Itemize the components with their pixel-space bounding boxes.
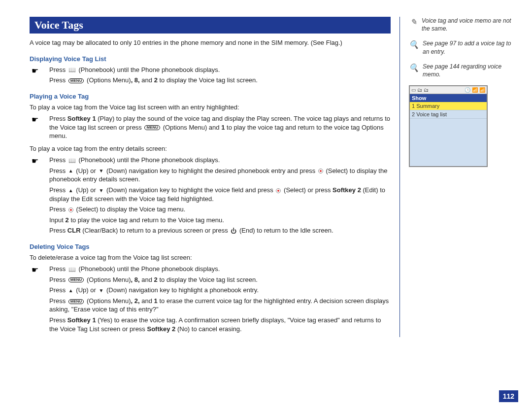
text: to display the Voice tag list screen. <box>158 276 258 283</box>
page-number: 112 <box>499 390 518 402</box>
lead-text: To play a voice tag from the Voice tag l… <box>30 103 391 112</box>
phone-screenshot: ▭ 🗂 🗂 🕒 📶 📶 Show 1 Summary 2 Voice tag l… <box>409 85 488 167</box>
text: Press <box>49 186 67 194</box>
note-icon: ✎ <box>409 17 418 33</box>
text: Press <box>49 66 66 73</box>
text: Press <box>49 286 67 294</box>
text: (Down) navigation key to highlight a pho… <box>104 286 259 294</box>
text: (Up) or <box>74 167 98 174</box>
text: Press <box>49 316 67 324</box>
list-item: Press MENU (Options Menu), 8, and 2 to d… <box>30 275 391 284</box>
phone-status-bar: ▭ 🗂 🗂 🕒 📶 📶 <box>410 86 487 94</box>
list-item: Press (Select) to display the Voice tag … <box>30 205 391 214</box>
note-text: See page 144 regarding voice memo. <box>423 63 518 78</box>
down-icon <box>99 288 103 293</box>
text: Press <box>49 227 67 234</box>
row-num: 1 <box>412 103 415 109</box>
heading-display-list: Displaying Voice Tag List <box>30 55 391 63</box>
list-item: Press (Phonebook) until the Phone phoneb… <box>30 66 391 74</box>
bold-text: 2 <box>154 276 158 283</box>
heading-playing: Playing a Voice Tag <box>30 93 391 100</box>
text: Input <box>49 216 66 224</box>
note-text: Voice tag and voice memo are not the sam… <box>422 17 518 33</box>
row-label: Summary <box>416 103 439 109</box>
sidebar: ✎ Voice tag and voice memo are not the s… <box>400 17 518 337</box>
bold-text: , 8, <box>131 276 140 283</box>
text: (End) to return to the Idle screen. <box>237 227 333 234</box>
menu-icon: MENU <box>68 277 84 282</box>
text: and <box>140 76 154 84</box>
text: (Options Menu) <box>85 297 131 305</box>
list-item: Press CLR (Clear/Back) to return to a pr… <box>30 226 391 235</box>
text: (Phonebook) until the Phone phonebook di… <box>78 265 220 273</box>
bold-text: , 8, <box>131 76 140 84</box>
row-label: Voice tag list <box>416 111 447 117</box>
text: Press <box>49 265 66 273</box>
down-icon <box>99 169 103 173</box>
down-icon <box>99 188 103 193</box>
phonebook-icon <box>68 267 76 273</box>
text: to play the voice tag and return to the … <box>69 216 224 224</box>
menu-icon: MENU <box>144 125 160 130</box>
text: (No) to cancel erasing. <box>175 325 241 333</box>
select-icon <box>68 207 73 212</box>
end-icon <box>231 228 236 234</box>
bold-text: , 2, <box>131 297 140 305</box>
note-item: ✎ Voice tag and voice memo are not the s… <box>409 17 518 33</box>
up-icon <box>68 288 73 293</box>
phone-list-row: 2 Voice tag list <box>410 110 487 119</box>
list-item: Input 2 to play the voice tag and return… <box>30 216 391 225</box>
phone-list-row-selected: 1 Summary <box>410 102 487 110</box>
phone-body: 1 Summary 2 Voice tag list <box>410 102 487 166</box>
text: (Phonebook) until the Phone phonebook di… <box>78 156 220 164</box>
text: (Clear/Back) to return to a previous scr… <box>81 227 230 234</box>
text: (Phonebook) until the Phone phonebook di… <box>78 66 220 73</box>
list-item: Press MENU (Options Menu), 8, and 2 to d… <box>30 76 391 85</box>
text: Press <box>49 156 66 164</box>
text: Press <box>49 76 66 84</box>
phonebook-icon <box>68 67 76 73</box>
menu-icon: MENU <box>68 78 84 83</box>
list-item: Press (Phonebook) until the Phone phoneb… <box>30 265 391 274</box>
text: and <box>140 297 154 305</box>
select-icon <box>276 188 281 193</box>
bold-text: CLR <box>67 227 81 234</box>
list-item: Press (Up) or (Down) navigation key to h… <box>30 186 391 203</box>
select-icon <box>318 169 323 173</box>
lead-text-3: To delete/erase a voice tag from the Voi… <box>30 253 391 262</box>
bold-text: Softkey 2 <box>332 186 361 194</box>
heading-deleting: Deleting Voice Tags <box>30 243 391 250</box>
text: (Select) or press <box>282 186 332 194</box>
up-icon <box>68 188 73 193</box>
steps-display-list: Press (Phonebook) until the Phone phoneb… <box>30 66 391 85</box>
text: (Up) or <box>74 186 98 194</box>
note-item: 🔍 See page 144 regarding voice memo. <box>409 63 518 78</box>
menu-icon: MENU <box>68 299 84 304</box>
list-item: Press (Up) or (Down) navigation key to h… <box>30 167 391 184</box>
list-item: Press (Phonebook) until the Phone phoneb… <box>30 156 391 165</box>
lead-text-2: To play a voice tag from the entry detai… <box>30 144 391 153</box>
list-item: Press MENU (Options Menu), 2, and 1 to e… <box>30 297 391 314</box>
text: Press <box>49 167 67 174</box>
list-item: Press (Up) or (Down) navigation key to h… <box>30 286 391 295</box>
text: Press <box>49 115 67 122</box>
magnifier-icon: 🔍 <box>409 63 419 78</box>
text: (Down) navigation key to highlight the v… <box>104 186 275 194</box>
text: Press <box>49 206 67 213</box>
text: (Options Menu) <box>87 76 131 84</box>
phone-header: Show <box>410 94 487 102</box>
up-icon <box>68 169 73 173</box>
bold-text: Softkey 1 <box>67 115 96 122</box>
main-column: Voice Tags A voice tag may be allocated … <box>30 17 399 337</box>
bold-text: Softkey 1 <box>67 316 96 324</box>
bold-text: Softkey 2 <box>147 325 175 333</box>
list-item: Press Softkey 1 (Yes) to erase the voice… <box>30 316 391 333</box>
magnifier-icon: 🔍 <box>409 39 419 55</box>
row-num: 2 <box>412 111 415 117</box>
text: Press <box>49 276 67 283</box>
intro-text: A voice tag may be allocated to only 10 … <box>30 38 391 47</box>
note-item: 🔍 See page 97 to add a voice tag to an e… <box>409 39 518 55</box>
bold-text: 2 <box>66 216 69 224</box>
text: (Select) to display the Voice tag menu. <box>74 206 185 213</box>
phonebook-icon <box>68 158 76 164</box>
